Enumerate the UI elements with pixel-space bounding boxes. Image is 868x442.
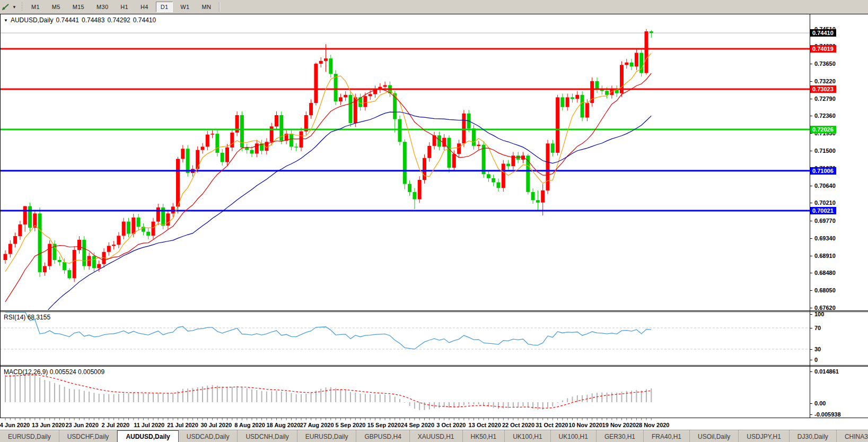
mt4-window: ▼ M1M5M15M30H1H4D1W1MN ▼ AUDUSD,Daily 0.… [0, 0, 868, 442]
price-tick-label: 0.69770 [810, 217, 836, 224]
date-label: 21 Jul 2020 [167, 422, 198, 428]
symbol-tab-fra40-h1[interactable]: FRA40,H1 [644, 430, 690, 442]
frame-rsi-top [0, 311, 868, 312]
level-price-tag: 0.72026 [810, 126, 836, 133]
chart-title: ▼ AUDUSD,Daily 0.74441 0.74483 0.74292 0… [4, 16, 156, 24]
date-label: 27 Aug 2020 [300, 422, 334, 428]
date-label: 15 Sep 2020 [367, 422, 401, 428]
collapse-indicator-icon[interactable]: ▼ [4, 18, 8, 23]
rsi-label: RSI(14) 68.3155 [4, 314, 50, 321]
level-price-tag: 0.71006 [810, 167, 836, 175]
ohlc-low: 0.74292 [107, 16, 130, 24]
price-tick-label: 0.73220 [810, 77, 836, 85]
price-axis: 0.745100.740800.736500.732200.727900.723… [810, 14, 868, 430]
ohlc-high: 0.74483 [82, 16, 104, 24]
date-label: 23 Jun 2020 [65, 422, 98, 428]
candles [4, 29, 653, 282]
price-tick-label: 0.68910 [810, 252, 836, 259]
timeframe-button-h4[interactable]: H4 [136, 2, 153, 12]
axis-border [810, 14, 810, 418]
symbol-tab-audusd-daily[interactable]: AUDUSD,Daily [117, 430, 178, 442]
symbol-tab-dj30-daily[interactable]: DJ30,Daily [790, 430, 837, 442]
timeframe-button-w1[interactable]: W1 [176, 2, 194, 12]
symbol-tab-hk50-h1[interactable]: HK50,H1 [463, 430, 505, 442]
candlestick-chart[interactable] [0, 14, 810, 310]
current-price-tag: 0.74410 [810, 29, 836, 37]
level-price-tag: 0.74019 [810, 45, 836, 53]
date-label: 18 Aug 2020 [266, 422, 300, 428]
symbol-tab-xauusd-h1[interactable]: XAUUSD,H1 [410, 430, 463, 442]
date-label: 31 Oct 2020 [536, 422, 568, 428]
rsi-pane[interactable] [0, 312, 810, 365]
date-label: 3 Oct 2020 [436, 422, 466, 428]
symbol-tab-ger30-h1[interactable]: GER30,H1 [597, 430, 644, 442]
toolbar: ▼ M1M5M15M30H1H4D1W1MN [0, 0, 868, 14]
symbol-tab-uk100-h1[interactable]: UK100,H1 [505, 430, 550, 442]
time-axis: 4 Jun 202013 Jun 202023 Jun 20202 Jul 20… [0, 418, 810, 430]
rsi-axis-label: 0 [810, 356, 818, 363]
symbol-tab-china300-h1[interactable]: CHINA300,H1 [837, 430, 868, 442]
symbol-tabbar: EURUSD,DailyUSDCHF,DailyAUDUSD,DailyUSDC… [0, 430, 868, 442]
toolbar-grip[interactable] [21, 2, 23, 12]
timeframe-button-m15[interactable]: M15 [68, 2, 89, 12]
symbol-tab-gbpusd-h4[interactable]: GBPUSD,H4 [356, 430, 409, 442]
date-label: 8 Aug 2020 [234, 422, 265, 428]
frame-top [0, 14, 868, 14]
price-tick-label: 0.72360 [810, 112, 836, 119]
macd-pane[interactable] [0, 367, 810, 417]
ohlc-open: 0.74441 [56, 16, 79, 24]
macd-histogram [5, 374, 651, 410]
symbol-label: AUDUSD,Daily [11, 16, 54, 24]
symbol-tab-usdcad-daily[interactable]: USDCAD,Daily [179, 430, 238, 442]
date-label: 19 Nov 2020 [602, 422, 636, 428]
date-label: 24 Sep 2020 [401, 422, 434, 428]
date-label: 2 Jul 2020 [102, 422, 130, 428]
macd-axis-label: -0.005938 [810, 411, 841, 418]
date-label: 22 Oct 2020 [502, 422, 534, 428]
symbol-tab-usoil-daily[interactable]: USOil,Daily [690, 430, 739, 442]
date-label: 5 Sep 2020 [336, 422, 366, 428]
level-price-tag: 0.73023 [810, 85, 836, 93]
macd-signal-line [5, 375, 651, 408]
symbol-tab-usdcnh-daily[interactable]: USDCNH,Daily [238, 430, 297, 442]
level-price-tag: 0.70021 [810, 207, 836, 214]
price-tick-label: 0.69340 [810, 235, 836, 242]
price-tick-label: 0.73650 [810, 60, 836, 67]
date-label: 10 Nov 2020 [568, 422, 602, 428]
frame-rsi-bottom [0, 365, 868, 366]
macd-axis-label: 0.00 [810, 400, 826, 407]
chart-tool-icon[interactable] [1, 2, 12, 12]
timeframe-button-m30[interactable]: M30 [92, 2, 113, 12]
ohlc-close: 0.74410 [133, 16, 156, 24]
price-tick-label: 0.71500 [810, 147, 836, 154]
frame-main-bottom [0, 310, 868, 311]
date-label: 4 Jun 2020 [0, 422, 30, 428]
chevron-down-icon[interactable]: ▼ [12, 5, 16, 10]
symbol-tab-uk100-h1[interactable]: UK100,H1 [551, 430, 597, 442]
timeframe-button-mn[interactable]: MN [197, 2, 216, 12]
price-tick-label: 0.70210 [810, 199, 836, 206]
symbol-tab-usdjpy-h1[interactable]: USDJPY,H1 [739, 430, 789, 442]
macd-label: MACD(12,26,9) 0.005524 0.005009 [4, 368, 104, 376]
date-label: 30 Jul 2020 [200, 422, 232, 428]
timeframe-buttons: M1M5M15M30H1H4D1W1MN [27, 2, 216, 12]
timeframe-button-m1[interactable]: M1 [27, 2, 45, 12]
date-label: 13 Oct 2020 [469, 422, 501, 428]
date-label: 11 Jul 2020 [134, 422, 164, 428]
price-tick-label: 0.68480 [810, 269, 836, 276]
symbol-tab-eurusd-daily[interactable]: EURUSD,Daily [0, 430, 59, 442]
symbol-tab-eurusd-daily[interactable]: EURUSD,Daily [297, 430, 357, 442]
date-label: 28 Nov 2020 [636, 422, 670, 428]
frame-macd-top [0, 366, 868, 367]
date-label: 13 Jun 2020 [32, 422, 65, 428]
rsi-line [5, 312, 651, 349]
frame-left [0, 14, 1, 418]
timeframe-button-d1[interactable]: D1 [156, 2, 173, 12]
rsi-axis-label: 30 [810, 345, 821, 353]
timeframe-button-m5[interactable]: M5 [47, 2, 65, 12]
frame-macd-bottom [0, 418, 868, 418]
symbol-tab-usdchf-daily[interactable]: USDCHF,Daily [59, 430, 118, 442]
timeframe-button-h1[interactable]: H1 [116, 2, 133, 12]
rsi-axis-label: 70 [810, 324, 821, 332]
price-tick-label: 0.72790 [810, 95, 836, 102]
